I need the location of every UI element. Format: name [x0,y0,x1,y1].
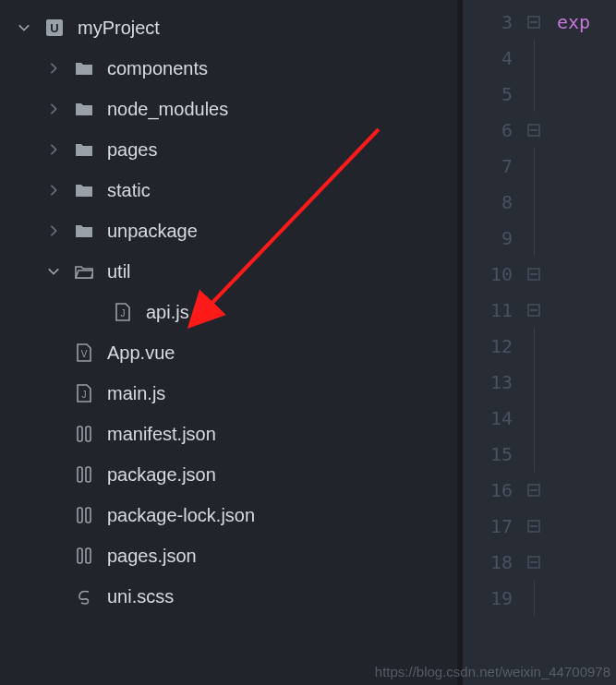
line-number: 13 [463,364,522,400]
svg-rect-9 [78,508,82,523]
code-line[interactable] [557,400,616,436]
fold-guide [522,148,546,184]
fold-collapse-icon[interactable] [522,112,546,148]
tree-file-api.js[interactable]: Japi.js [0,292,457,332]
folder-icon [74,140,94,159]
svg-rect-5 [78,427,82,441]
tree-file-package-lock.json[interactable]: package-lock.json [0,495,457,535]
fold-collapse-icon[interactable] [522,508,546,544]
line-number: 9 [463,220,522,256]
svg-text:U: U [50,21,58,35]
fold-collapse-icon[interactable] [522,292,546,328]
code-line[interactable] [557,436,616,472]
fold-collapse-icon[interactable] [522,472,546,508]
tree-file-package.json[interactable]: package.json [0,454,457,495]
tree-item-label: package.json [107,464,216,486]
tree-item-label: App.vue [107,342,175,364]
code-line[interactable] [557,472,616,508]
line-number: 12 [463,328,522,364]
tree-folder-util[interactable]: util [0,251,457,292]
tree-folder-pages[interactable]: pages [0,129,457,170]
file-json-icon [74,465,94,484]
chevron-down-icon [17,21,31,34]
code-line[interactable] [557,544,616,580]
svg-text:J: J [121,308,126,318]
fold-guide [522,400,546,436]
code-line[interactable] [557,508,616,544]
tree-item-label: pages.json [107,546,197,567]
tree-file-App.vue[interactable]: VApp.vue [0,332,457,373]
line-number: 8 [463,184,522,220]
file-json-icon [74,547,94,565]
tree-file-pages.json[interactable]: pages.json [0,535,457,576]
file-json-icon [74,425,94,443]
chevron-right-icon [46,62,61,75]
code-line[interactable]: exp [557,4,616,40]
line-number: 18 [463,544,522,580]
tree-item-label: main.js [107,383,165,404]
project-icon: U [44,18,65,37]
code-line[interactable] [557,40,616,76]
code-line[interactable] [557,256,616,292]
tree-folder-components[interactable]: components [0,48,457,89]
fold-collapse-icon[interactable] [522,256,546,292]
file-js-icon: J [74,384,94,403]
code-line[interactable] [557,112,616,148]
tree-folder-static[interactable]: static [0,170,457,210]
fold-guide [522,580,546,616]
file-scss-icon [74,587,94,606]
svg-rect-10 [86,508,91,523]
svg-rect-6 [86,427,91,441]
chevron-right-icon [46,143,61,156]
line-number: 16 [463,472,522,508]
fold-guide [522,76,546,112]
tree-item-label: unpackage [107,221,198,242]
svg-rect-8 [86,467,91,482]
fold-collapse-icon[interactable] [522,544,546,580]
code-line[interactable] [557,580,616,616]
code-line[interactable] [557,328,616,364]
code-line[interactable] [557,292,616,328]
folder-icon [74,181,94,199]
tree-file-uni.scss[interactable]: uni.scss [0,576,457,617]
tree-folder-unpackage[interactable]: unpackage [0,210,457,251]
file-vue-icon: V [74,343,94,362]
fold-guide [522,436,546,472]
fold-guide [522,328,546,364]
line-number: 15 [463,436,522,472]
line-number-gutter: 345678910111213141516171819 [463,0,522,685]
fold-guide [522,220,546,256]
line-number: 17 [463,508,522,544]
tree-item-label: util [107,261,131,282]
code-line[interactable] [557,220,616,256]
tree-root-item[interactable]: U myProject [0,7,457,48]
chevron-right-icon [46,184,61,197]
code-line[interactable] [557,364,616,400]
fold-guide [522,364,546,400]
tree-item-label: manifest.json [107,424,216,445]
code-line[interactable] [557,76,616,112]
tree-file-main.js[interactable]: Jmain.js [0,373,457,414]
line-number: 3 [463,4,522,40]
editor-panel: 345678910111213141516171819 exp [463,0,616,685]
fold-guide [522,40,546,76]
line-number: 10 [463,256,522,292]
code-line[interactable] [557,184,616,220]
tree-item-label: uni.scss [107,586,174,607]
fold-guide [522,184,546,220]
fold-collapse-icon[interactable] [522,4,546,40]
line-number: 11 [463,292,522,328]
line-number: 4 [463,40,522,76]
tree-item-label: static [107,180,151,201]
code-line[interactable] [557,148,616,184]
chevron-right-icon [46,102,61,115]
tree-file-manifest.json[interactable]: manifest.json [0,414,457,454]
fold-column [522,0,546,685]
tree-item-label: node_modules [107,99,228,120]
svg-rect-12 [86,548,91,563]
svg-rect-11 [78,548,82,563]
code-area[interactable]: exp [546,0,616,685]
tree-item-label: components [107,58,208,79]
line-number: 6 [463,112,522,148]
tree-folder-node_modules[interactable]: node_modules [0,89,457,129]
